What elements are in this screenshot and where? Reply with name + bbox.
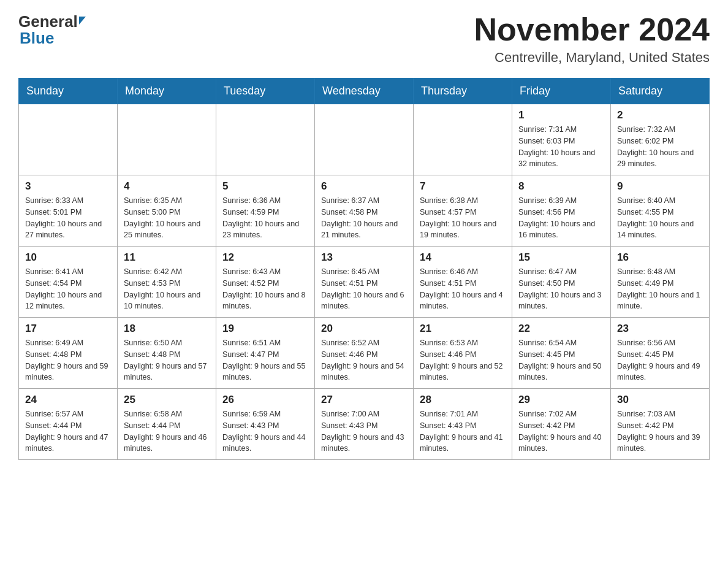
day-info: Sunrise: 6:56 AM Sunset: 4:45 PM Dayligh… <box>617 337 703 383</box>
calendar-cell: 22Sunrise: 6:54 AM Sunset: 4:45 PM Dayli… <box>512 318 611 389</box>
calendar-cell: 15Sunrise: 6:47 AM Sunset: 4:50 PM Dayli… <box>512 247 611 318</box>
day-info: Sunrise: 6:50 AM Sunset: 4:48 PM Dayligh… <box>124 337 210 383</box>
calendar-cell: 18Sunrise: 6:50 AM Sunset: 4:48 PM Dayli… <box>118 318 216 389</box>
logo-blue-text: Blue <box>20 29 54 48</box>
calendar-cell: 3Sunrise: 6:33 AM Sunset: 5:01 PM Daylig… <box>19 175 118 247</box>
day-info: Sunrise: 6:49 AM Sunset: 4:48 PM Dayligh… <box>25 337 111 383</box>
calendar-cell: 6Sunrise: 6:37 AM Sunset: 4:58 PM Daylig… <box>315 175 414 247</box>
day-number: 18 <box>124 323 210 335</box>
calendar-header-row: Sunday Monday Tuesday Wednesday Thursday… <box>19 79 710 104</box>
calendar-cell: 9Sunrise: 6:40 AM Sunset: 4:55 PM Daylig… <box>611 175 710 247</box>
day-info: Sunrise: 6:57 AM Sunset: 4:44 PM Dayligh… <box>25 408 111 454</box>
day-info: Sunrise: 6:38 AM Sunset: 4:57 PM Dayligh… <box>420 195 506 241</box>
day-info: Sunrise: 6:53 AM Sunset: 4:46 PM Dayligh… <box>420 337 506 383</box>
calendar-cell <box>414 104 512 175</box>
calendar-cell: 27Sunrise: 7:00 AM Sunset: 4:43 PM Dayli… <box>315 389 414 460</box>
day-info: Sunrise: 6:46 AM Sunset: 4:51 PM Dayligh… <box>420 266 506 312</box>
day-info: Sunrise: 6:58 AM Sunset: 4:44 PM Dayligh… <box>124 408 210 454</box>
calendar-cell: 1Sunrise: 7:31 AM Sunset: 6:03 PM Daylig… <box>512 104 611 175</box>
logo-area: General Blue <box>18 12 86 48</box>
day-number: 4 <box>124 180 210 193</box>
col-friday: Friday <box>512 79 611 104</box>
day-info: Sunrise: 6:43 AM Sunset: 4:52 PM Dayligh… <box>222 266 308 312</box>
col-thursday: Thursday <box>414 79 512 104</box>
day-info: Sunrise: 6:35 AM Sunset: 5:00 PM Dayligh… <box>124 195 210 241</box>
day-number: 7 <box>420 180 506 193</box>
page-header: General Blue November 2024 Centreville, … <box>18 12 710 66</box>
calendar-cell: 4Sunrise: 6:35 AM Sunset: 5:00 PM Daylig… <box>118 175 216 247</box>
calendar-cell: 7Sunrise: 6:38 AM Sunset: 4:57 PM Daylig… <box>414 175 512 247</box>
day-info: Sunrise: 7:31 AM Sunset: 6:03 PM Dayligh… <box>518 124 604 170</box>
day-number: 28 <box>420 394 506 406</box>
day-info: Sunrise: 7:00 AM Sunset: 4:43 PM Dayligh… <box>321 408 407 454</box>
day-number: 14 <box>420 251 506 264</box>
day-number: 30 <box>617 394 703 406</box>
week-row-3: 10Sunrise: 6:41 AM Sunset: 4:54 PM Dayli… <box>19 247 710 318</box>
day-number: 10 <box>25 251 111 264</box>
day-info: Sunrise: 6:36 AM Sunset: 4:59 PM Dayligh… <box>222 195 308 241</box>
col-monday: Monday <box>118 79 216 104</box>
calendar-table: Sunday Monday Tuesday Wednesday Thursday… <box>18 78 710 460</box>
day-number: 22 <box>518 323 604 335</box>
calendar-cell <box>19 104 118 175</box>
day-number: 20 <box>321 323 407 335</box>
calendar-cell: 16Sunrise: 6:48 AM Sunset: 4:49 PM Dayli… <box>611 247 710 318</box>
month-title: November 2024 <box>474 12 710 47</box>
calendar-cell: 5Sunrise: 6:36 AM Sunset: 4:59 PM Daylig… <box>216 175 315 247</box>
day-number: 23 <box>617 323 703 335</box>
calendar-cell: 26Sunrise: 6:59 AM Sunset: 4:43 PM Dayli… <box>216 389 315 460</box>
day-info: Sunrise: 6:42 AM Sunset: 4:53 PM Dayligh… <box>124 266 210 312</box>
day-number: 12 <box>222 251 308 264</box>
day-number: 27 <box>321 394 407 406</box>
calendar-cell: 20Sunrise: 6:52 AM Sunset: 4:46 PM Dayli… <box>315 318 414 389</box>
calendar-cell: 23Sunrise: 6:56 AM Sunset: 4:45 PM Dayli… <box>611 318 710 389</box>
col-wednesday: Wednesday <box>315 79 414 104</box>
week-row-4: 17Sunrise: 6:49 AM Sunset: 4:48 PM Dayli… <box>19 318 710 389</box>
day-number: 11 <box>124 251 210 264</box>
day-number: 21 <box>420 323 506 335</box>
calendar-cell: 28Sunrise: 7:01 AM Sunset: 4:43 PM Dayli… <box>414 389 512 460</box>
calendar-cell: 10Sunrise: 6:41 AM Sunset: 4:54 PM Dayli… <box>19 247 118 318</box>
day-number: 9 <box>617 180 703 193</box>
day-number: 5 <box>222 180 308 193</box>
day-info: Sunrise: 6:59 AM Sunset: 4:43 PM Dayligh… <box>222 408 308 454</box>
day-info: Sunrise: 7:02 AM Sunset: 4:42 PM Dayligh… <box>518 408 604 454</box>
day-number: 2 <box>617 109 703 121</box>
day-number: 8 <box>518 180 604 193</box>
calendar-cell: 2Sunrise: 7:32 AM Sunset: 6:02 PM Daylig… <box>611 104 710 175</box>
day-info: Sunrise: 6:52 AM Sunset: 4:46 PM Dayligh… <box>321 337 407 383</box>
calendar-cell: 19Sunrise: 6:51 AM Sunset: 4:47 PM Dayli… <box>216 318 315 389</box>
calendar-cell: 25Sunrise: 6:58 AM Sunset: 4:44 PM Dayli… <box>118 389 216 460</box>
calendar-cell <box>315 104 414 175</box>
calendar-cell <box>216 104 315 175</box>
day-info: Sunrise: 6:41 AM Sunset: 4:54 PM Dayligh… <box>25 266 111 312</box>
calendar-cell: 21Sunrise: 6:53 AM Sunset: 4:46 PM Dayli… <box>414 318 512 389</box>
calendar-cell: 11Sunrise: 6:42 AM Sunset: 4:53 PM Dayli… <box>118 247 216 318</box>
day-info: Sunrise: 6:48 AM Sunset: 4:49 PM Dayligh… <box>617 266 703 312</box>
day-info: Sunrise: 6:47 AM Sunset: 4:50 PM Dayligh… <box>518 266 604 312</box>
day-info: Sunrise: 7:32 AM Sunset: 6:02 PM Dayligh… <box>617 124 703 170</box>
logo-triangle-icon <box>79 17 86 25</box>
calendar-cell: 24Sunrise: 6:57 AM Sunset: 4:44 PM Dayli… <box>19 389 118 460</box>
col-sunday: Sunday <box>19 79 118 104</box>
calendar-cell: 13Sunrise: 6:45 AM Sunset: 4:51 PM Dayli… <box>315 247 414 318</box>
calendar-cell: 12Sunrise: 6:43 AM Sunset: 4:52 PM Dayli… <box>216 247 315 318</box>
day-info: Sunrise: 6:45 AM Sunset: 4:51 PM Dayligh… <box>321 266 407 312</box>
day-number: 26 <box>222 394 308 406</box>
week-row-2: 3Sunrise: 6:33 AM Sunset: 5:01 PM Daylig… <box>19 175 710 247</box>
location-subtitle: Centreville, Maryland, United States <box>474 50 710 66</box>
day-number: 15 <box>518 251 604 264</box>
calendar-cell <box>118 104 216 175</box>
title-area: November 2024 Centreville, Maryland, Uni… <box>474 12 710 66</box>
week-row-5: 24Sunrise: 6:57 AM Sunset: 4:44 PM Dayli… <box>19 389 710 460</box>
day-number: 17 <box>25 323 111 335</box>
calendar-cell: 17Sunrise: 6:49 AM Sunset: 4:48 PM Dayli… <box>19 318 118 389</box>
day-number: 29 <box>518 394 604 406</box>
day-number: 16 <box>617 251 703 264</box>
day-info: Sunrise: 6:54 AM Sunset: 4:45 PM Dayligh… <box>518 337 604 383</box>
day-number: 19 <box>222 323 308 335</box>
col-saturday: Saturday <box>611 79 710 104</box>
day-info: Sunrise: 6:33 AM Sunset: 5:01 PM Dayligh… <box>25 195 111 241</box>
day-info: Sunrise: 6:40 AM Sunset: 4:55 PM Dayligh… <box>617 195 703 241</box>
day-number: 25 <box>124 394 210 406</box>
